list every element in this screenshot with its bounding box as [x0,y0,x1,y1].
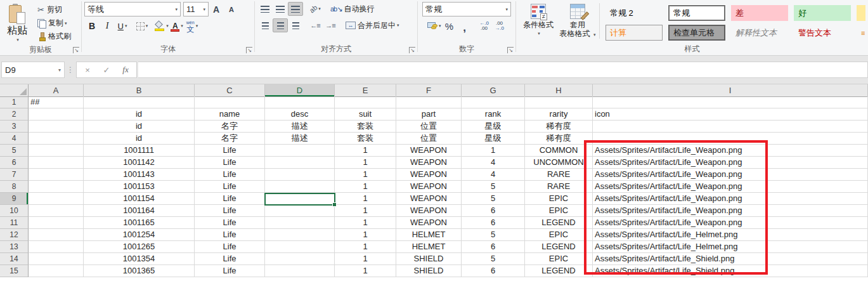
cell-E7[interactable]: 1 [335,169,396,181]
cell-I7[interactable]: Assets/Sprites/Artifact/Life_Weapon.png [593,169,868,181]
cell-F5[interactable]: WEAPON [396,145,462,157]
shrink-font-button[interactable]: A [224,3,239,16]
decrease-indent-button[interactable]: ←≡ [308,18,323,32]
cell-C11[interactable]: Life [195,217,265,229]
cell-B2[interactable]: id [84,108,195,121]
cell-A11[interactable] [29,217,84,229]
column-header-H[interactable]: H [525,84,593,97]
percent-style-button[interactable]: % [442,19,457,33]
cell-I9[interactable]: Assets/Sprites/Artifact/Life_Weapon.png [593,193,868,205]
cell-H13[interactable]: LEGEND [525,241,593,253]
comma-style-button[interactable]: , [457,19,472,33]
cell-A1[interactable]: ## [29,96,84,108]
format-as-table-button[interactable]: 套用 表格格式 ▾ [558,2,597,44]
cell-F10[interactable]: WEAPON [396,205,462,217]
font-color-button[interactable]: A ▾ [169,19,185,33]
cell-D15[interactable] [265,265,335,277]
cell-E11[interactable]: 1 [335,217,396,229]
cell-B4[interactable]: id [84,133,195,145]
underline-button[interactable]: U ▾ [115,19,130,33]
row-header-12[interactable]: 12 [0,229,29,241]
decrease-decimal-button[interactable]: .00 →.0 [492,19,507,33]
cell-D1[interactable] [265,96,335,108]
cell-G2[interactable]: rank [462,108,525,121]
cell-G9[interactable]: 5 [462,193,525,205]
cell-H3[interactable]: 稀有度 [525,121,593,133]
cell-style-6[interactable]: 检查单元格 [668,25,725,41]
column-header-A[interactable]: A [29,84,84,97]
cell-B12[interactable]: 1001254 [84,229,195,241]
cell-C2[interactable]: name [195,108,265,121]
cell-E6[interactable]: 1 [335,157,396,169]
cell-E13[interactable]: 1 [335,241,396,253]
format-painter-button[interactable]: 格式刷 [34,30,74,43]
row-header-6[interactable]: 6 [0,157,29,169]
cell-E4[interactable]: 套装 [335,133,396,145]
cell-H12[interactable]: EPIC [525,229,593,241]
align-middle-button[interactable] [273,2,288,16]
cell-C12[interactable]: Life [195,229,265,241]
cell-E3[interactable]: 套装 [335,121,396,133]
paste-button[interactable]: 粘贴 ▾ [3,2,32,44]
cell-B7[interactable]: 1001143 [84,169,195,181]
cell-G3[interactable]: 星级 [462,121,525,133]
cell-I6[interactable]: Assets/Sprites/Artifact/Life_Weapon.png [593,157,868,169]
cell-B6[interactable]: 1001142 [84,157,195,169]
row-header-1[interactable]: 1 [0,96,29,108]
cell-F15[interactable]: SHIELD [396,265,462,277]
align-right-button[interactable] [288,18,303,32]
column-header-E[interactable]: E [335,84,396,97]
cell-B15[interactable]: 1001365 [84,265,195,277]
cell-D14[interactable] [265,253,335,265]
select-all-corner[interactable] [0,84,29,97]
cell-E10[interactable]: 1 [335,205,396,217]
cancel-icon[interactable]: × [78,65,97,75]
grow-font-button[interactable]: A [209,3,224,16]
name-box[interactable]: D9 ▾ [1,62,65,78]
cell-F3[interactable]: 位置 [396,121,462,133]
cell-A13[interactable] [29,241,84,253]
conditional-formatting-button[interactable]: ≠ 条件格式 ▾ [519,2,558,44]
cell-H7[interactable]: RARE [525,169,593,181]
cell-B13[interactable]: 1001265 [84,241,195,253]
accounting-format-button[interactable]: ▾ [427,19,442,33]
font-name-combo[interactable]: 等线 ▾ [84,2,181,16]
font-size-combo[interactable]: 11 ▾ [183,2,209,16]
cell-A4[interactable] [29,133,84,145]
cell-A9[interactable] [29,193,84,205]
cell-D13[interactable] [265,241,335,253]
cell-G12[interactable]: 5 [462,229,525,241]
align-top-button[interactable] [257,2,273,16]
cell-C6[interactable]: Life [195,157,265,169]
cell-G11[interactable]: 6 [462,217,525,229]
cell-E1[interactable] [335,96,396,108]
column-header-F[interactable]: F [396,84,462,97]
cell-D6[interactable] [265,157,335,169]
cell-D10[interactable] [265,205,335,217]
cell-G4[interactable]: 星级 [462,133,525,145]
cell-E8[interactable]: 1 [335,181,396,193]
cell-G1[interactable] [462,96,525,108]
cell-D9[interactable] [265,193,335,205]
cell-A3[interactable] [29,121,84,133]
cell-H6[interactable]: UNCOMMON [525,157,593,169]
cell-I15[interactable]: Assets/Sprites/Artifact/Life_Shield.png [593,265,868,277]
cell-B8[interactable]: 1001153 [84,181,195,193]
cell-C4[interactable]: 名字 [195,133,265,145]
bold-button[interactable]: B [84,19,100,33]
cell-I1[interactable] [593,96,868,108]
merge-center-button[interactable]: ↔ 合并后居中 ▾ [342,19,403,32]
copy-button[interactable]: 复制 ▾ [34,16,74,30]
column-header-B[interactable]: B [84,84,195,97]
cell-B10[interactable]: 1001164 [84,205,195,217]
cell-D11[interactable] [265,217,335,229]
align-left-button[interactable] [257,18,273,32]
cell-B9[interactable]: 1001154 [84,193,195,205]
cell-C13[interactable]: Life [195,241,265,253]
align-center-button[interactable] [273,18,288,32]
row-header-14[interactable]: 14 [0,253,29,265]
cell-style-5[interactable]: 计算 [606,25,663,41]
cell-H5[interactable]: COMMON [525,145,593,157]
cell-C10[interactable]: Life [195,205,265,217]
cell-C5[interactable]: Life [195,145,265,157]
